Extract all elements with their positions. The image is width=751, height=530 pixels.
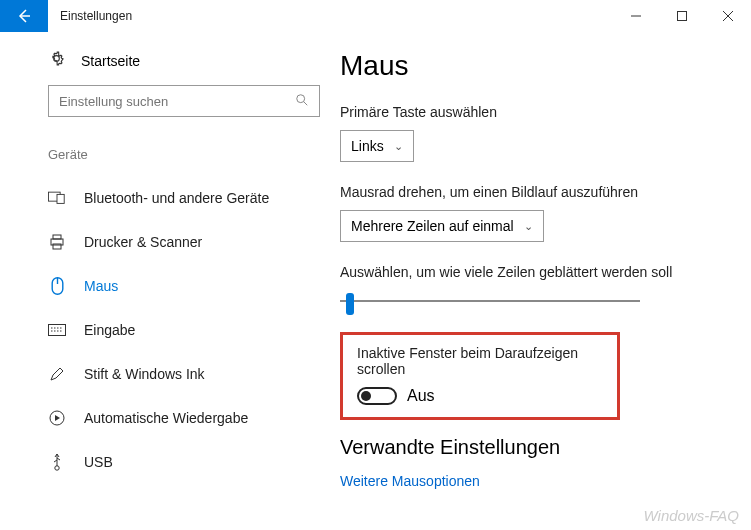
usb-icon bbox=[48, 453, 66, 471]
sidebar-item-typing[interactable]: Eingabe bbox=[48, 308, 320, 352]
sidebar-item-label: Maus bbox=[84, 278, 118, 294]
sidebar-item-bluetooth[interactable]: Bluetooth- und andere Geräte bbox=[48, 176, 320, 220]
primary-button-label: Primäre Taste auswählen bbox=[340, 104, 729, 120]
svg-line-6 bbox=[304, 101, 308, 105]
select-value: Links bbox=[351, 138, 384, 154]
related-heading: Verwandte Einstellungen bbox=[340, 436, 729, 459]
home-link[interactable]: Startseite bbox=[48, 50, 320, 71]
sidebar-item-autoplay[interactable]: Automatische Wiedergabe bbox=[48, 396, 320, 440]
sidebar-item-label: Drucker & Scanner bbox=[84, 234, 202, 250]
mouse-icon bbox=[48, 277, 66, 295]
inactive-scroll-toggle[interactable] bbox=[357, 387, 397, 405]
lines-slider[interactable] bbox=[340, 290, 640, 314]
svg-point-18 bbox=[55, 466, 59, 470]
svg-rect-8 bbox=[57, 194, 64, 203]
sidebar-item-mouse[interactable]: Maus bbox=[48, 264, 320, 308]
primary-button-select[interactable]: Links ⌄ bbox=[340, 130, 414, 162]
pen-icon bbox=[48, 366, 66, 382]
svg-point-5 bbox=[297, 94, 305, 102]
main-panel: Maus Primäre Taste auswählen Links ⌄ Mau… bbox=[340, 32, 751, 530]
watermark: Windows-FAQ bbox=[644, 507, 739, 524]
chevron-down-icon: ⌄ bbox=[524, 220, 533, 233]
wheel-scroll-select[interactable]: Mehrere Zeilen auf einmal ⌄ bbox=[340, 210, 544, 242]
minimize-button[interactable] bbox=[613, 0, 659, 32]
svg-rect-14 bbox=[49, 325, 66, 336]
home-label: Startseite bbox=[81, 53, 140, 69]
svg-rect-2 bbox=[678, 12, 687, 21]
keyboard-icon bbox=[48, 324, 66, 336]
gear-icon bbox=[48, 50, 65, 71]
sidebar: Startseite Geräte Bluetooth- und andere … bbox=[0, 32, 340, 530]
titlebar: Einstellungen bbox=[0, 0, 751, 32]
toggle-knob bbox=[361, 391, 371, 401]
search-box[interactable] bbox=[48, 85, 320, 117]
lines-label: Auswählen, um wie viele Zeilen geblätter… bbox=[340, 264, 729, 280]
sidebar-item-label: Automatische Wiedergabe bbox=[84, 410, 248, 426]
slider-thumb[interactable] bbox=[346, 293, 354, 315]
select-value: Mehrere Zeilen auf einmal bbox=[351, 218, 514, 234]
svg-rect-10 bbox=[53, 235, 61, 239]
sidebar-item-pen[interactable]: Stift & Windows Ink bbox=[48, 352, 320, 396]
sidebar-item-label: Stift & Windows Ink bbox=[84, 366, 205, 382]
close-button[interactable] bbox=[705, 0, 751, 32]
autoplay-icon bbox=[48, 410, 66, 426]
slider-track bbox=[340, 300, 640, 302]
sidebar-item-usb[interactable]: USB bbox=[48, 440, 320, 484]
more-mouse-options-link[interactable]: Weitere Mausoptionen bbox=[340, 473, 729, 489]
back-button[interactable] bbox=[0, 0, 48, 32]
highlight-box: Inaktive Fenster beim Daraufzeigen scrol… bbox=[340, 332, 620, 420]
window-title: Einstellungen bbox=[48, 0, 144, 32]
sidebar-item-label: USB bbox=[84, 454, 113, 470]
page-title: Maus bbox=[340, 50, 729, 82]
sidebar-item-label: Bluetooth- und andere Geräte bbox=[84, 190, 269, 206]
wheel-scroll-label: Mausrad drehen, um einen Bildlauf auszuf… bbox=[340, 184, 729, 200]
inactive-scroll-label: Inaktive Fenster beim Daraufzeigen scrol… bbox=[357, 345, 603, 377]
maximize-button[interactable] bbox=[659, 0, 705, 32]
sidebar-item-label: Eingabe bbox=[84, 322, 135, 338]
search-icon bbox=[295, 93, 309, 110]
devices-icon bbox=[48, 191, 66, 205]
toggle-state: Aus bbox=[407, 387, 435, 405]
category-label: Geräte bbox=[48, 147, 320, 162]
chevron-down-icon: ⌄ bbox=[394, 140, 403, 153]
sidebar-item-printers[interactable]: Drucker & Scanner bbox=[48, 220, 320, 264]
search-input[interactable] bbox=[59, 94, 295, 109]
printer-icon bbox=[48, 234, 66, 250]
